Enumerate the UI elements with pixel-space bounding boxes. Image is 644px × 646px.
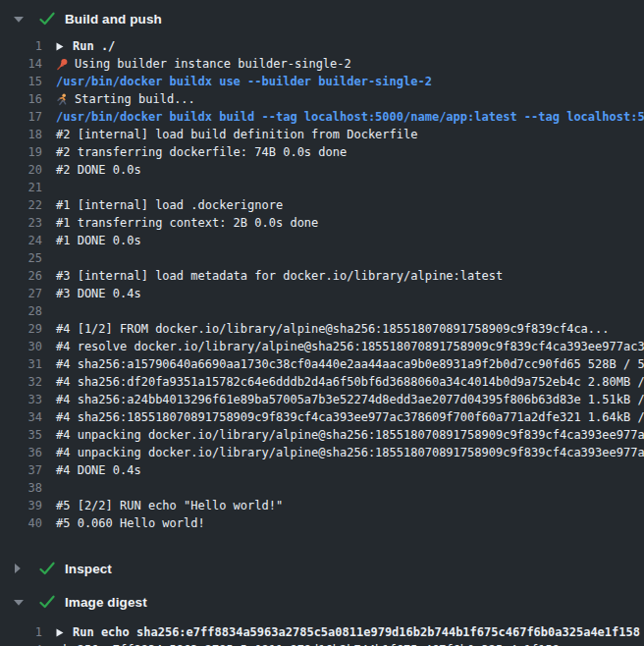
log-line: 1Run ./ — [0, 37, 644, 55]
log-text: Using builder instance builder-single-2 — [75, 55, 351, 73]
line-number[interactable]: 38 — [0, 479, 42, 497]
line-number[interactable]: 1 — [0, 623, 42, 641]
line-number[interactable]: 40 — [0, 514, 42, 532]
line-number[interactable]: 26 — [0, 267, 42, 285]
line-number[interactable]: 27 — [0, 285, 42, 302]
log-line: 36#4 unpacking docker.io/library/alpine@… — [0, 444, 644, 461]
log-line: 38 — [0, 479, 644, 497]
log-text: /usr/bin/docker buildx build --tag local… — [56, 108, 644, 126]
section-title: Inspect — [65, 562, 112, 576]
log-lines-image-digest: 1Run echo sha256:e7ff8834a5963a2785c5a08… — [0, 623, 644, 646]
log-text: #4 sha256:185518070891758909c9f839cf4ca3… — [56, 408, 644, 426]
line-number[interactable]: 17 — [0, 108, 42, 126]
log-line: 32#4 sha256:df20fa9351a15782c64e6dddb2d4… — [0, 373, 644, 391]
log-line: 31#4 sha256:a15790640a6690aa1730c38cf0a4… — [0, 355, 644, 373]
line-number[interactable]: 15 — [0, 73, 42, 90]
section-build-and-push: Build and push 1Run ./14Using builder in… — [0, 9, 644, 532]
line-number[interactable]: 31 — [0, 355, 42, 373]
log-line: 21 — [0, 179, 644, 196]
log-text: Run echo sha256:e7ff8834a5963a2785c5a081… — [73, 623, 640, 641]
line-number[interactable]: 29 — [0, 320, 42, 338]
log-lines-build-and-push: 1Run ./14Using builder instance builder-… — [0, 37, 644, 532]
line-number[interactable]: 22 — [0, 196, 42, 214]
workflow-log: Build and push 1Run ./14Using builder in… — [0, 0, 644, 646]
section-title: Image digest — [65, 595, 147, 610]
line-number[interactable]: 19 — [0, 143, 42, 161]
log-line: 30#4 resolve docker.io/library/alpine@sh… — [0, 338, 644, 355]
section-header-build-and-push[interactable]: Build and push — [0, 9, 644, 28]
line-number[interactable]: 39 — [0, 497, 42, 514]
line-number[interactable]: 20 — [0, 161, 42, 179]
log-line: 27#3 DONE 0.4s — [0, 285, 644, 302]
log-text: #5 [2/2] RUN echo "Hello world!" — [56, 497, 283, 514]
expand-group-icon[interactable] — [56, 628, 73, 637]
section-header-inspect[interactable]: Inspect — [0, 559, 644, 578]
log-line: 37#4 DONE 0.4s — [0, 461, 644, 479]
check-icon — [39, 562, 56, 575]
log-text: #4 resolve docker.io/library/alpine@sha2… — [56, 338, 644, 355]
log-line: 17/usr/bin/docker buildx build --tag loc… — [0, 108, 644, 126]
log-line: 1Run echo sha256:e7ff8834a5963a2785c5a08… — [0, 623, 644, 641]
line-number[interactable]: 1 — [0, 37, 42, 55]
line-number[interactable]: 30 — [0, 338, 42, 355]
log-line: 26#3 [internal] load metadata for docker… — [0, 267, 644, 285]
log-line: 39#5 [2/2] RUN echo "Hello world!" — [0, 497, 644, 514]
log-text: #4 sha256:a15790640a6690aa1730c38cf0a440… — [56, 355, 644, 373]
log-line: 35#4 unpacking docker.io/library/alpine@… — [0, 426, 644, 444]
log-text: sha256:e7ff8834a5963a2785c5a0811e979d16b… — [56, 641, 560, 646]
log-text: /usr/bin/docker buildx use --builder bui… — [56, 73, 432, 90]
log-text: #1 [internal] load .dockerignore — [56, 196, 283, 214]
log-line: 22#1 [internal] load .dockerignore — [0, 196, 644, 214]
log-line: 19#2 transferring dockerfile: 74B 0.0s d… — [0, 143, 644, 161]
line-number[interactable]: 34 — [0, 408, 42, 426]
runner-icon — [56, 93, 75, 106]
line-number[interactable]: 14 — [0, 55, 42, 73]
log-line: 4sha256:e7ff8834a5963a2785c5a0811e979d16… — [0, 641, 644, 646]
section-inspect: Inspect — [0, 559, 644, 578]
line-number[interactable]: 33 — [0, 391, 42, 408]
log-text: #4 sha256:df20fa9351a15782c64e6dddb2d4a6… — [56, 373, 644, 391]
section-title: Build and push — [65, 12, 162, 27]
log-line: 14Using builder instance builder-single-… — [0, 55, 644, 73]
log-text: #2 DONE 0.0s — [56, 161, 141, 179]
log-text: #3 [internal] load metadata for docker.i… — [56, 267, 503, 285]
log-text: #1 DONE 0.0s — [56, 232, 141, 249]
log-text: #1 transferring context: 2B 0.0s done — [56, 214, 318, 232]
line-number[interactable]: 28 — [0, 302, 42, 320]
log-line: 23#1 transferring context: 2B 0.0s done — [0, 214, 644, 232]
log-text: #2 [internal] load build definition from… — [56, 126, 417, 143]
pushpin-icon — [56, 58, 75, 71]
log-text: #2 transferring dockerfile: 74B 0.0s don… — [56, 143, 347, 161]
line-number[interactable]: 4 — [0, 641, 42, 646]
log-text: #4 DONE 0.4s — [56, 461, 141, 479]
line-number[interactable]: 21 — [0, 179, 42, 196]
log-line: 24#1 DONE 0.0s — [0, 232, 644, 249]
line-number[interactable]: 36 — [0, 444, 42, 461]
log-line: 28 — [0, 302, 644, 320]
log-text: Starting build... — [75, 90, 195, 108]
log-line: 33#4 sha256:a24bb4013296f61e89ba57005a7b… — [0, 391, 644, 408]
log-line: 25 — [0, 249, 644, 267]
line-number[interactable]: 18 — [0, 126, 42, 143]
line-number[interactable]: 37 — [0, 461, 42, 479]
line-number[interactable]: 25 — [0, 249, 42, 267]
expand-group-icon[interactable] — [56, 42, 73, 51]
line-number[interactable]: 24 — [0, 232, 42, 249]
log-text: #4 [1/2] FROM docker.io/library/alpine@s… — [56, 320, 610, 338]
log-line: 20#2 DONE 0.0s — [0, 161, 644, 179]
line-number[interactable]: 35 — [0, 426, 42, 444]
line-number[interactable]: 32 — [0, 373, 42, 391]
log-line: 40#5 0.060 Hello world! — [0, 514, 644, 532]
log-line: 18#2 [internal] load build definition fr… — [0, 126, 644, 143]
line-number[interactable]: 16 — [0, 90, 42, 108]
log-line: 16Starting build... — [0, 90, 644, 108]
log-line: 29#4 [1/2] FROM docker.io/library/alpine… — [0, 320, 644, 338]
chevron-down-icon — [14, 16, 29, 23]
section-header-image-digest[interactable]: Image digest — [0, 592, 644, 612]
log-text: #5 0.060 Hello world! — [56, 514, 205, 532]
log-text: Run ./ — [73, 37, 115, 55]
line-number[interactable]: 23 — [0, 214, 42, 232]
log-text: #4 unpacking docker.io/library/alpine@sh… — [56, 426, 644, 444]
check-icon — [39, 595, 56, 609]
log-line: 15/usr/bin/docker buildx use --builder b… — [0, 73, 644, 90]
